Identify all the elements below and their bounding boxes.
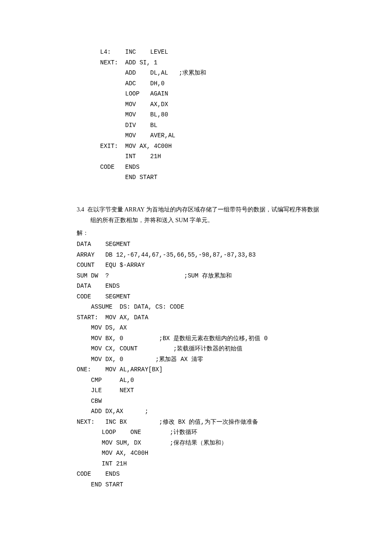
question-block: 3.4 在以字节变量 ARRAY 为首地址的内存区域存储了一组带符号的数据，试编… bbox=[77, 204, 324, 225]
question-body: 在以字节变量 ARRAY 为首地址的内存区域存储了一组带符号的数据，试编写程序将… bbox=[87, 206, 319, 223]
question-number: 3.4 bbox=[77, 206, 84, 213]
code-block-bottom: DATA SEGMENT ARRAY DB 12,-67,44,67,-35,6… bbox=[77, 239, 324, 490]
answer-label: 解： bbox=[77, 228, 324, 238]
question-text: 3.4 在以字节变量 ARRAY 为首地址的内存区域存储了一组带符号的数据，试编… bbox=[77, 204, 324, 225]
code-block-top: L4: INC LEVEL NEXT: ADD SI, 1 ADD DL,AL … bbox=[100, 47, 324, 183]
